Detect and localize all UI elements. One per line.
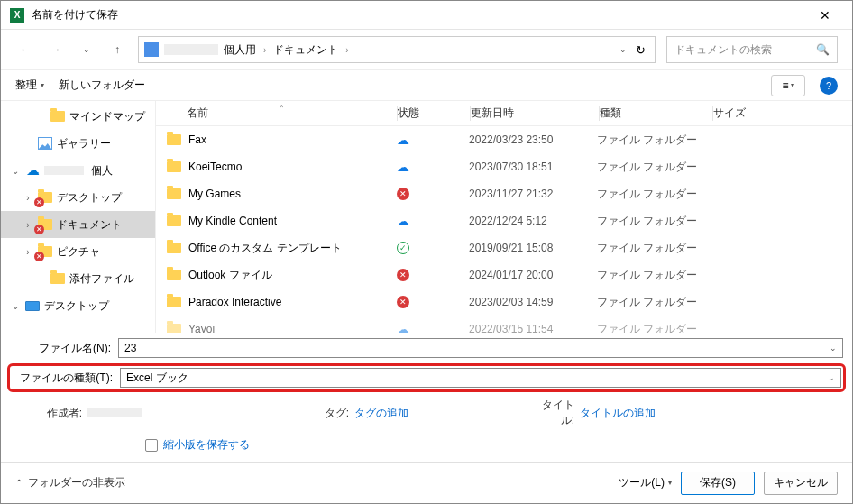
column-status[interactable]: 状態: [398, 105, 470, 121]
file-row[interactable]: Office のカスタム テンプレート✓2019/09/21 15:08ファイル…: [156, 234, 852, 261]
expand-open-icon[interactable]: ⌄: [10, 301, 21, 311]
tree-item[interactable]: ギャラリー: [1, 130, 155, 157]
tree-item[interactable]: ›✕ピクチャ: [1, 238, 155, 265]
file-date: 2019/09/21 15:08: [469, 242, 597, 254]
tree-item[interactable]: ›✕デスクトップ: [1, 184, 155, 211]
title-add-link[interactable]: タイトルの追加: [580, 406, 656, 421]
tree-item[interactable]: ›✕ドキュメント: [1, 211, 155, 238]
folder-icon: [167, 270, 181, 280]
onedrive-icon: ☁: [24, 162, 41, 179]
folder-tree[interactable]: マインドマップギャラリー⌄☁個人›✕デスクトップ›✕ドキュメント›✕ピクチャ添付…: [1, 101, 156, 333]
folder-icon: [167, 215, 181, 226]
cloud-status-icon: ☁: [397, 322, 409, 333]
author-value[interactable]: [87, 408, 142, 417]
error-status-icon: ✕: [397, 269, 409, 281]
view-mode-button[interactable]: ≡▾: [771, 75, 805, 96]
tree-item-label: 添付ファイル: [69, 271, 134, 287]
cloud-status-icon: ☁: [397, 214, 409, 228]
column-headers: ⌃ 名前 状態 更新日時 種類 サイズ: [156, 101, 852, 126]
expand-open-icon[interactable]: ⌄: [10, 166, 21, 176]
tools-dropdown[interactable]: ツール(L) ▾: [619, 475, 672, 490]
tag-label: タグ:: [324, 406, 349, 421]
file-row[interactable]: My Kindle Content☁2022/12/24 5:12ファイル フォ…: [156, 207, 852, 234]
forward-button[interactable]: →: [46, 40, 66, 60]
file-type: ファイル フォルダー: [597, 214, 710, 229]
file-name: My Games: [188, 188, 241, 200]
folder-icon: [167, 134, 181, 145]
filetype-select[interactable]: Excel ブック ⌄: [120, 368, 841, 388]
list-icon: ≡: [782, 79, 788, 92]
thumbnail-label[interactable]: 縮小版を保存する: [163, 437, 250, 453]
file-name: Fax: [188, 133, 206, 146]
chevron-down-icon[interactable]: ⌄: [828, 373, 835, 382]
file-name: My Kindle Content: [188, 215, 277, 227]
tree-item[interactable]: ⌄デスクトップ: [1, 292, 155, 319]
organize-button[interactable]: 整理▾: [15, 78, 44, 93]
file-type: ファイル フォルダー: [597, 187, 710, 202]
new-folder-button[interactable]: 新しいフォルダー: [59, 78, 145, 93]
file-row[interactable]: KoeiTecmo☁2023/07/30 18:51ファイル フォルダー: [156, 153, 852, 180]
file-date: 2022/03/23 23:50: [469, 133, 597, 146]
author-label: 作成者:: [46, 406, 82, 421]
file-name: Outlook ファイル: [188, 268, 272, 283]
column-name[interactable]: ⌃ 名前: [167, 105, 397, 121]
up-button[interactable]: ↑: [107, 40, 127, 60]
folder-icon: [50, 108, 66, 124]
file-row[interactable]: Yayoi☁2022/03/15 11:54ファイル フォルダー: [156, 316, 852, 333]
breadcrumb-segment[interactable]: ドキュメント: [273, 42, 338, 58]
help-button[interactable]: ?: [820, 77, 838, 95]
picture-icon: [37, 135, 53, 151]
breadcrumb-segment[interactable]: 個人用: [224, 42, 256, 58]
tree-item-label: デスクトップ: [44, 298, 109, 314]
column-date[interactable]: 更新日時: [471, 105, 599, 121]
recent-dropdown[interactable]: ⌄: [77, 40, 96, 60]
folder-icon: ✕: [37, 243, 53, 260]
title-field-label: タイトル:: [529, 398, 574, 428]
main-area: マインドマップギャラリー⌄☁個人›✕デスクトップ›✕ドキュメント›✕ピクチャ添付…: [1, 100, 852, 333]
column-type[interactable]: 種類: [600, 105, 712, 121]
expand-closed-icon[interactable]: ›: [23, 193, 33, 203]
folder-icon: [167, 324, 181, 333]
expand-closed-icon[interactable]: ›: [23, 247, 33, 257]
file-row[interactable]: My Games✕2023/11/27 21:32ファイル フォルダー: [156, 180, 852, 207]
tree-item[interactable]: ⌄☁個人: [1, 157, 155, 184]
desktop-icon: [24, 298, 41, 314]
search-input[interactable]: ドキュメントの検索 🔍: [666, 36, 838, 63]
folder-icon: ✕: [37, 216, 53, 233]
error-status-icon: ✕: [397, 188, 409, 200]
file-type: ファイル フォルダー: [597, 160, 710, 175]
address-dropdown[interactable]: ⌄: [619, 45, 627, 54]
chevron-right-icon[interactable]: ›: [345, 45, 348, 55]
file-date: 2022/12/24 5:12: [469, 215, 597, 227]
refresh-button[interactable]: ↻: [636, 43, 646, 57]
file-row[interactable]: Paradox Interactive✕2023/02/03 14:59ファイル…: [156, 289, 852, 316]
save-button[interactable]: 保存(S): [681, 472, 755, 495]
tree-item[interactable]: マインドマップ: [1, 103, 155, 130]
folder-icon: [167, 161, 181, 172]
column-size[interactable]: サイズ: [713, 105, 852, 121]
file-name: Yayoi: [188, 323, 215, 333]
search-placeholder: ドキュメントの検索: [674, 42, 772, 58]
cancel-button[interactable]: キャンセル: [764, 472, 838, 495]
chevron-down-icon[interactable]: ⌄: [830, 344, 837, 353]
close-button[interactable]: ✕: [807, 8, 843, 23]
hide-folders-button[interactable]: ⌃ フォルダーの非表示: [15, 475, 125, 490]
back-button[interactable]: ←: [15, 40, 35, 60]
ok-status-icon: ✓: [397, 242, 409, 254]
chevron-right-icon[interactable]: ›: [263, 45, 266, 55]
file-area: ⌃ 名前 状態 更新日時 種類 サイズ Fax☁2022/03/23 23:50…: [156, 101, 852, 333]
file-list[interactable]: Fax☁2022/03/23 23:50ファイル フォルダーKoeiTecmo☁…: [156, 126, 852, 333]
file-row[interactable]: Fax☁2022/03/23 23:50ファイル フォルダー: [156, 126, 852, 153]
file-status: ✕: [397, 296, 469, 308]
folder-icon: ✕: [37, 189, 53, 206]
tag-add-link[interactable]: タグの追加: [354, 406, 408, 421]
address-bar[interactable]: 個人用 › ドキュメント › ⌄ ↻: [138, 36, 656, 63]
tree-item[interactable]: 添付ファイル: [1, 265, 155, 292]
search-icon: 🔍: [816, 43, 830, 56]
expand-closed-icon[interactable]: ›: [23, 220, 33, 230]
error-badge-icon: ✕: [34, 197, 44, 207]
filetype-highlight: ファイルの種類(T): Excel ブック ⌄: [7, 363, 846, 392]
thumbnail-checkbox[interactable]: [145, 439, 158, 452]
filename-input[interactable]: 23 ⌄: [118, 338, 843, 358]
file-row[interactable]: Outlook ファイル✕2024/01/17 20:00ファイル フォルダー: [156, 261, 852, 289]
